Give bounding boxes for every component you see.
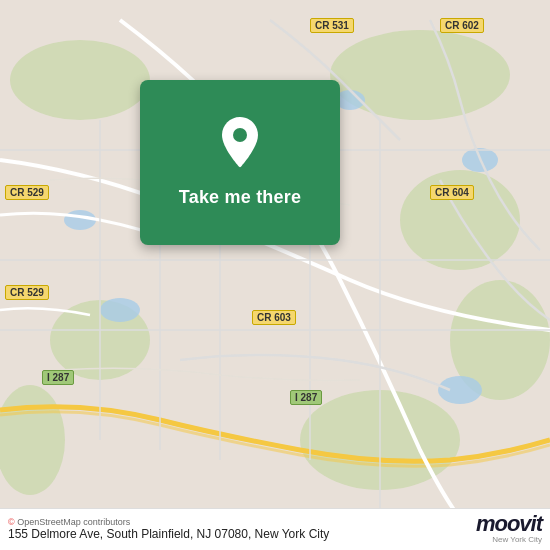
- location-pin-icon: [216, 117, 264, 177]
- moovit-brand-text: moovit: [476, 513, 542, 535]
- address-text: 155 Delmore Ave, South Plainfield, NJ 07…: [8, 527, 329, 541]
- bottom-bar: © OpenStreetMap contributors155 Delmore …: [0, 508, 550, 550]
- svg-point-10: [438, 376, 482, 404]
- label-i287a: I 287: [42, 370, 74, 385]
- label-cr603: CR 603: [252, 310, 296, 325]
- svg-point-12: [64, 210, 96, 230]
- label-cr531: CR 531: [310, 18, 354, 33]
- label-cr529a: CR 529: [5, 185, 49, 200]
- take-me-there-label: Take me there: [179, 187, 301, 208]
- label-cr529b: CR 529: [5, 285, 49, 300]
- svg-point-1: [10, 40, 150, 120]
- osm-credit: © OpenStreetMap contributors: [8, 517, 329, 527]
- label-i287b: I 287: [290, 390, 322, 405]
- moovit-tagline: New York City: [492, 535, 542, 544]
- svg-point-13: [233, 128, 247, 142]
- svg-point-8: [100, 298, 140, 322]
- label-cr604: CR 604: [430, 185, 474, 200]
- label-cr602: CR 602: [440, 18, 484, 33]
- map-container: CR 531 CR 602 CR 529 CR 529 CR 604 CR 60…: [0, 0, 550, 550]
- take-me-there-button[interactable]: Take me there: [140, 80, 340, 245]
